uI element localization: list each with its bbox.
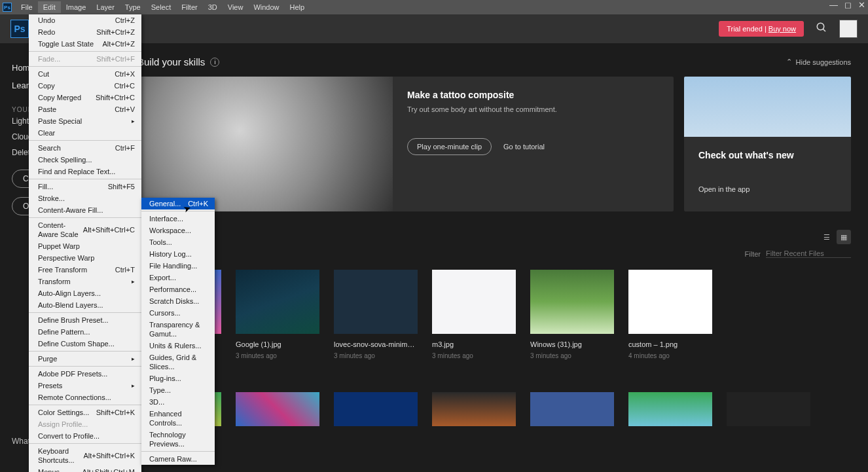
menu-item[interactable]: SearchCtrl+F	[29, 142, 141, 154]
menu-item[interactable]: Copy MergedShift+Ctrl+C	[29, 92, 141, 103]
chevron-up-icon: ⌃	[786, 58, 792, 66]
minimize-icon[interactable]: —	[829, 0, 838, 10]
menubar-window[interactable]: Window	[248, 1, 284, 13]
menubar-select[interactable]: Select	[146, 1, 177, 13]
submenu-item[interactable]: General...Ctrl+K	[141, 198, 215, 209]
menu-item[interactable]: Remote Connections...	[29, 391, 141, 403]
menu-item[interactable]: Fade...Shift+Ctrl+F	[29, 53, 141, 65]
goto-tutorial-link[interactable]: Go to tutorial	[503, 143, 545, 151]
tutorial-title: Make a tattoo composite	[407, 90, 659, 100]
thumb-time: 3 minutes ago	[432, 352, 516, 359]
menu-item[interactable]: Presets	[29, 380, 141, 391]
menubar-file[interactable]: File	[16, 1, 38, 13]
info-icon[interactable]: i	[210, 58, 219, 67]
menubar-image[interactable]: Image	[61, 1, 92, 13]
submenu-item[interactable]: 3D...	[141, 396, 215, 408]
menu-item[interactable]: CopyCtrl+C	[29, 80, 141, 92]
submenu-item[interactable]: Cursors...	[141, 307, 215, 319]
menu-item[interactable]: Adobe PDF Presets...	[29, 368, 141, 380]
menu-item[interactable]: Free TransformCtrl+T	[29, 264, 141, 276]
menu-item[interactable]: Menus...Alt+Shift+Ctrl+M	[29, 466, 141, 472]
recent-file-thumb[interactable]	[432, 392, 516, 426]
submenu-item[interactable]: Export...	[141, 272, 215, 283]
menu-item[interactable]: Find and Replace Text...	[29, 166, 141, 177]
menu-item[interactable]: Purge	[29, 353, 141, 365]
submenu-item[interactable]: Interface...	[141, 213, 215, 225]
recent-file-thumb[interactable]: custom – 1.png4 minutes ago	[628, 270, 712, 359]
submenu-item[interactable]: Tools...	[141, 236, 215, 248]
menu-item[interactable]: Define Custom Shape...	[29, 338, 141, 350]
menubar-type[interactable]: Type	[120, 1, 146, 13]
menu-item[interactable]: Fill...Shift+F5	[29, 181, 141, 192]
recent-file-thumb[interactable]	[530, 392, 614, 426]
close-icon[interactable]: ✕	[858, 0, 865, 10]
buy-now-link[interactable]: Buy now	[769, 25, 796, 33]
recent-file-thumb[interactable]	[727, 392, 810, 426]
submenu-item[interactable]: Units & Rulers...	[141, 340, 215, 352]
submenu-item[interactable]: History Log...	[141, 248, 215, 260]
menu-item[interactable]: Content-Aware Fill...	[29, 204, 141, 216]
menu-item[interactable]: Perspective Warp	[29, 252, 141, 264]
menu-item[interactable]: Assign Profile...	[29, 418, 141, 430]
submenu-item[interactable]: Type...	[141, 384, 215, 396]
menu-item[interactable]: Toggle Last StateAlt+Ctrl+Z	[29, 38, 141, 50]
menu-item[interactable]: Transform	[29, 276, 141, 287]
submenu-item[interactable]: Performance...	[141, 283, 215, 295]
whatsnew-thumbnail	[684, 77, 851, 137]
menubar-edit[interactable]: Edit	[38, 1, 61, 13]
submenu-item[interactable]: Guides, Grid & Slices...	[141, 352, 215, 372]
trial-ended-label: Trial ended	[727, 25, 763, 33]
submenu-item[interactable]: Plug-ins...	[141, 372, 215, 384]
view-toggle: ☰ ▦	[820, 230, 851, 244]
filter-label: Filter	[745, 250, 761, 258]
menubar-view[interactable]: View	[223, 1, 249, 13]
open-in-app-link[interactable]: Open in the app	[698, 185, 750, 193]
submenu-item[interactable]: Workspace...	[141, 225, 215, 236]
menu-item[interactable]: RedoShift+Ctrl+Z	[29, 26, 141, 38]
recent-file-thumb[interactable]	[334, 392, 418, 426]
list-view-button[interactable]: ☰	[820, 230, 834, 244]
menu-item[interactable]: Stroke...	[29, 192, 141, 204]
play-clip-button[interactable]: Play one-minute clip	[407, 138, 492, 155]
menu-item[interactable]: UndoCtrl+Z	[29, 14, 141, 26]
recent-file-thumb[interactable]: Winows (31).jpg3 minutes ago	[530, 270, 614, 359]
search-icon[interactable]	[816, 22, 827, 36]
menu-item[interactable]: CutCtrl+X	[29, 68, 141, 80]
menu-item[interactable]: Check Spelling...	[29, 154, 141, 166]
menu-item[interactable]: PasteCtrl+V	[29, 103, 141, 115]
menubar-layer[interactable]: Layer	[91, 1, 120, 13]
menu-item[interactable]: Auto-Align Layers...	[29, 287, 141, 299]
recent-file-thumb[interactable]: lovec-snov-sova-minimalizm.jpg3 minutes …	[334, 270, 418, 359]
submenu-item[interactable]: Scratch Disks...	[141, 295, 215, 307]
grid-view-button[interactable]: ▦	[837, 230, 851, 244]
trial-status-pill[interactable]: Trial ended | Buy now	[719, 21, 804, 37]
recent-file-thumb[interactable]: Google (1).jpg3 minutes ago	[236, 270, 319, 359]
menubar-help[interactable]: Help	[285, 1, 310, 13]
menu-item[interactable]: Puppet Warp	[29, 240, 141, 252]
menu-item[interactable]: Auto-Blend Layers...	[29, 299, 141, 311]
menu-item[interactable]: Paste Special	[29, 115, 141, 127]
menubar-3d[interactable]: 3D	[203, 1, 223, 13]
menubar: Ps FileEditImageLayerTypeSelectFilter3DV…	[0, 0, 868, 14]
menu-item[interactable]: Convert to Profile...	[29, 430, 141, 442]
recent-file-thumb[interactable]	[236, 392, 319, 426]
menubar-filter[interactable]: Filter	[176, 1, 202, 13]
maximize-icon[interactable]: ◻	[844, 0, 852, 10]
menu-item[interactable]: Clear	[29, 127, 141, 139]
submenu-item[interactable]: Transparency & Gamut...	[141, 319, 215, 340]
menu-item[interactable]: Color Settings...Shift+Ctrl+K	[29, 407, 141, 418]
filter-input[interactable]	[766, 249, 851, 258]
submenu-item[interactable]: File Handling...	[141, 260, 215, 272]
hide-suggestions-button[interactable]: ⌃ Hide suggestions	[786, 58, 851, 66]
menu-item[interactable]: Define Brush Preset...	[29, 314, 141, 326]
ps-logo-icon: Ps	[3, 3, 12, 12]
submenu-item[interactable]: Technology Previews...	[141, 429, 215, 450]
avatar[interactable]	[839, 20, 858, 38]
menu-item[interactable]: Content-Aware ScaleAlt+Shift+Ctrl+C	[29, 219, 141, 240]
submenu-item[interactable]: Camera Raw...	[141, 453, 215, 465]
submenu-item[interactable]: Enhanced Controls...	[141, 408, 215, 429]
recent-file-thumb[interactable]: m3.jpg3 minutes ago	[432, 270, 516, 359]
menu-item[interactable]: Define Pattern...	[29, 326, 141, 338]
recent-file-thumb[interactable]	[628, 392, 712, 426]
menu-item[interactable]: Keyboard Shortcuts...Alt+Shift+Ctrl+K	[29, 445, 141, 466]
